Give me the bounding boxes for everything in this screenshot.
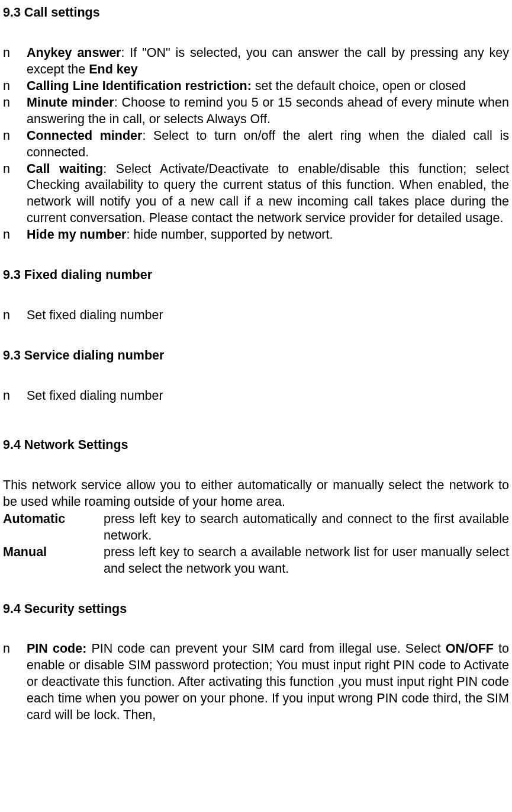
list-fixed-dialing: n Set fixed dialing number bbox=[3, 307, 509, 324]
list-content: Connected minder: Select to turn on/off … bbox=[27, 128, 509, 161]
list-content: PIN code: PIN code can prevent your SIM … bbox=[27, 641, 509, 724]
item-text: PIN code can prevent your SIM card from … bbox=[91, 641, 445, 656]
list-item: n Anykey answer: If "ON" is selected, yo… bbox=[3, 45, 509, 78]
definition-row: Manual press left key to search a availa… bbox=[3, 544, 509, 577]
item-text: set the default choice, open or closed bbox=[255, 79, 466, 93]
heading-network-settings: 9.4 Network Settings bbox=[3, 437, 509, 454]
item-sep: : bbox=[142, 129, 153, 143]
definition-label-automatic: Automatic bbox=[3, 511, 104, 544]
definition-value: press left key to search a available net… bbox=[104, 544, 509, 577]
item-bold: Connected minder bbox=[27, 129, 142, 143]
list-marker: n bbox=[3, 227, 27, 243]
list-security: n PIN code: PIN code can prevent your SI… bbox=[3, 641, 509, 724]
list-marker: n bbox=[3, 128, 27, 161]
heading-call-settings: 9.3 Call settings bbox=[3, 5, 509, 21]
list-call-settings: n Anykey answer: If "ON" is selected, yo… bbox=[3, 45, 509, 243]
list-item: n Set fixed dialing number bbox=[3, 388, 509, 405]
heading-service-dialing: 9.3 Service dialing number bbox=[3, 348, 509, 364]
item-bold: Anykey answer bbox=[27, 46, 121, 60]
list-content: Minute minder: Choose to remind you 5 or… bbox=[27, 95, 509, 128]
list-item: n Calling Line Identification restrictio… bbox=[3, 78, 509, 95]
list-marker: n bbox=[3, 388, 27, 405]
definition-label-manual: Manual bbox=[3, 544, 104, 577]
list-marker: n bbox=[3, 307, 27, 324]
list-item: n Connected minder: Select to turn on/of… bbox=[3, 128, 509, 161]
definition-row: Automatic press left key to search autom… bbox=[3, 511, 509, 544]
list-item: n PIN code: PIN code can prevent your SI… bbox=[3, 641, 509, 724]
definition-value: press left key to search automatically a… bbox=[104, 511, 509, 544]
list-item: n Minute minder: Choose to remind you 5 … bbox=[3, 95, 509, 128]
item-bold: PIN code: bbox=[27, 641, 86, 656]
list-marker: n bbox=[3, 95, 27, 128]
item-bold2: ON/OFF bbox=[446, 641, 494, 656]
list-marker: n bbox=[3, 641, 27, 724]
item-bold: Minute minder bbox=[27, 95, 114, 110]
item-sep: : bbox=[126, 227, 133, 242]
list-item: n Hide my number: hide number, supported… bbox=[3, 227, 509, 243]
list-marker: n bbox=[3, 161, 27, 227]
list-content: Calling Line Identification restriction:… bbox=[27, 78, 509, 95]
item-bold2: End key bbox=[89, 62, 137, 76]
list-marker: n bbox=[3, 78, 27, 95]
list-marker: n bbox=[3, 45, 27, 78]
list-content: Set fixed dialing number bbox=[27, 307, 509, 324]
list-item: n Call waiting: Select Activate/Deactiva… bbox=[3, 161, 509, 227]
item-bold: Calling Line Identification restriction: bbox=[27, 79, 252, 93]
network-intro: This network service allow you to either… bbox=[3, 477, 509, 511]
list-item: n Set fixed dialing number bbox=[3, 307, 509, 324]
item-sep: : bbox=[114, 95, 122, 110]
item-bold: Call waiting bbox=[27, 162, 103, 176]
list-content: Anykey answer: If "ON" is selected, you … bbox=[27, 45, 509, 78]
item-sep: : bbox=[103, 162, 116, 176]
list-content: Call waiting: Select Activate/Deactivate… bbox=[27, 161, 509, 227]
list-content: Hide my number: hide number, supported b… bbox=[27, 227, 509, 243]
item-sep: : bbox=[121, 46, 130, 60]
item-text: hide number, supported by networt. bbox=[133, 227, 333, 242]
heading-fixed-dialing: 9.3 Fixed dialing number bbox=[3, 267, 509, 284]
item-bold: Hide my number bbox=[27, 227, 126, 242]
list-content: Set fixed dialing number bbox=[27, 388, 509, 405]
heading-security-settings: 9.4 Security settings bbox=[3, 601, 509, 618]
list-service-dialing: n Set fixed dialing number bbox=[3, 388, 509, 405]
